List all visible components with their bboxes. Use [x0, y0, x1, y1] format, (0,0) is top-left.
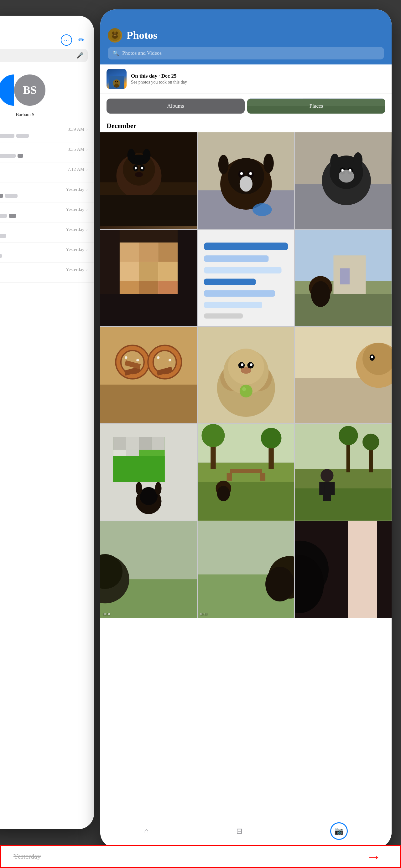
svg-rect-121 — [139, 437, 152, 450]
message-item[interactable]: Yesterday › — [0, 222, 94, 243]
photo-cell[interactable] — [198, 132, 294, 229]
message-preview — [0, 174, 88, 178]
svg-rect-74 — [204, 290, 275, 297]
chevron-right-icon: › — [86, 167, 88, 172]
photos-search-bar[interactable]: 🔍 Photos and Videos — [108, 47, 384, 59]
message-time: 8:39 AM — [68, 127, 85, 132]
svg-rect-150 — [319, 482, 324, 495]
chevron-right-icon: › — [86, 187, 88, 192]
svg-point-93 — [125, 356, 127, 359]
svg-point-42 — [239, 176, 252, 191]
nav-home[interactable]: ⌂ — [144, 827, 148, 835]
photo-cell[interactable] — [100, 230, 197, 327]
photo-grid: 00:50 00:13 — [100, 132, 392, 618]
avatar-blue-half — [0, 74, 14, 106]
svg-point-13 — [117, 81, 118, 82]
photo-cell[interactable] — [198, 424, 294, 521]
svg-point-133 — [201, 424, 225, 447]
chevron-right-icon: › — [86, 227, 88, 232]
avatar-section: BS — [0, 68, 94, 112]
message-item[interactable]: 8:35 AM › — [0, 143, 94, 162]
svg-rect-67 — [100, 230, 120, 294]
photos-header: Photos 🔍 Photos and Videos — [100, 9, 392, 64]
message-preview — [0, 154, 88, 158]
chevron-right-icon: › — [86, 247, 88, 252]
svg-point-12 — [115, 81, 116, 82]
svg-point-53 — [331, 154, 340, 169]
annotation-bar: Yesterday → — [0, 845, 401, 868]
ellipsis-button[interactable]: ⋯ — [61, 34, 72, 46]
svg-rect-136 — [230, 469, 262, 473]
svg-point-39 — [249, 172, 252, 175]
svg-rect-31 — [100, 195, 197, 226]
svg-point-10 — [114, 84, 119, 88]
message-item[interactable]: Yesterday › — [0, 182, 94, 203]
photo-cell[interactable] — [198, 230, 294, 327]
svg-point-30 — [143, 149, 151, 162]
photos-title-row: Photos — [108, 28, 384, 42]
photo-timestamp: 00:50 — [103, 612, 110, 616]
svg-rect-79 — [295, 294, 392, 326]
search-placeholder: Photos and Videos — [122, 50, 162, 56]
photo-cell[interactable]: 00:13 — [198, 521, 294, 618]
svg-rect-57 — [120, 243, 139, 262]
message-item[interactable]: 7:12 AM › — [0, 162, 94, 182]
svg-point-135 — [261, 428, 281, 448]
message-item[interactable]: Yesterday › — [0, 262, 94, 283]
svg-marker-18 — [330, 99, 358, 99]
svg-rect-65 — [158, 281, 178, 294]
svg-point-43 — [253, 203, 272, 216]
svg-point-128 — [155, 482, 162, 495]
svg-rect-68 — [178, 230, 197, 294]
photo-cell[interactable]: 00:50 — [100, 521, 197, 618]
svg-point-107 — [241, 367, 251, 374]
svg-rect-120 — [126, 437, 139, 450]
message-item[interactable]: Yesterday › — [0, 203, 94, 222]
svg-point-109 — [242, 388, 246, 391]
photo-cell[interactable] — [100, 327, 197, 423]
svg-point-6 — [115, 34, 116, 35]
photo-cell[interactable] — [295, 424, 392, 521]
photo-cell[interactable] — [295, 132, 392, 229]
svg-point-148 — [321, 469, 334, 482]
svg-point-27 — [135, 172, 143, 177]
svg-rect-81 — [340, 268, 350, 284]
photo-cell[interactable] — [295, 327, 392, 423]
photo-cell[interactable] — [100, 424, 197, 521]
on-this-day-title: On this day · Dec 25 — [131, 73, 187, 79]
places-button[interactable]: Places — [247, 99, 385, 114]
message-time: 7:12 AM — [68, 167, 85, 172]
camera-icon: 📷 — [334, 827, 344, 835]
svg-point-145 — [339, 426, 358, 445]
photo-cell[interactable] — [295, 230, 392, 327]
photos-avatar[interactable] — [108, 28, 122, 42]
on-this-day-banner[interactable]: On this day · Dec 25 See photos you took… — [100, 64, 392, 94]
camera-button[interactable]: 📷 — [330, 822, 348, 840]
photo-cell[interactable] — [198, 327, 294, 423]
svg-point-96 — [169, 359, 171, 362]
search-bar[interactable]: 🎤 — [0, 49, 88, 62]
svg-rect-58 — [139, 243, 158, 262]
svg-rect-124 — [126, 450, 139, 456]
photo-cell[interactable] — [100, 132, 197, 229]
message-item[interactable]: 8:39 AM › — [0, 122, 94, 143]
messages-header: ⋯ ✏ — [0, 16, 94, 49]
compose-icon[interactable]: ✏ — [78, 36, 85, 44]
thumbnail-image — [107, 69, 126, 89]
svg-rect-59 — [158, 243, 178, 262]
albums-button[interactable]: Albums — [107, 99, 245, 114]
nav-files[interactable]: ⊟ — [236, 827, 242, 835]
mic-icon: 🎤 — [77, 52, 83, 59]
message-preview — [0, 194, 88, 198]
photo-cell[interactable] — [295, 521, 392, 618]
message-time: Yesterday — [66, 187, 84, 192]
message-time: Yesterday — [66, 267, 84, 272]
section-buttons: Albums Places — [100, 94, 392, 119]
svg-rect-64 — [139, 281, 158, 294]
message-time: Yesterday — [66, 247, 84, 252]
message-item[interactable]: Yesterday › — [0, 243, 94, 262]
folder-icon: ⊟ — [236, 827, 242, 835]
svg-rect-131 — [198, 482, 294, 520]
chevron-right-icon: › — [86, 127, 88, 132]
svg-rect-72 — [204, 267, 281, 274]
